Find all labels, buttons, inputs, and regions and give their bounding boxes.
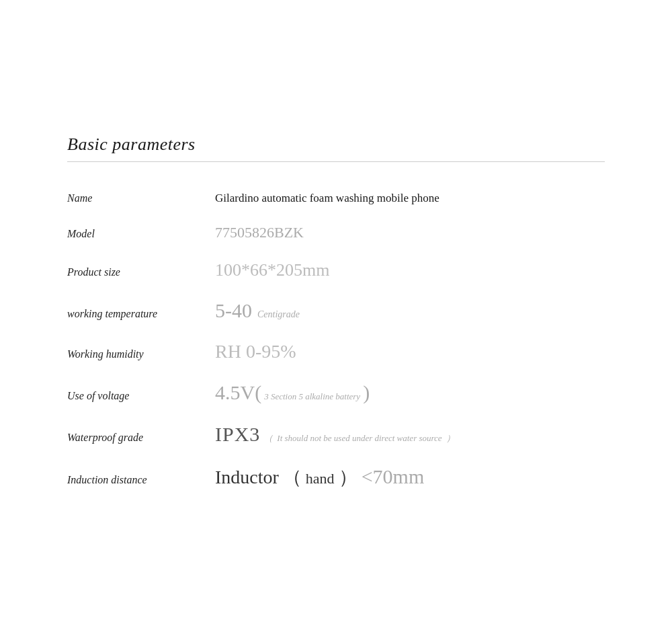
param-label-humidity: Working humidity bbox=[67, 348, 215, 360]
waterproof-open: （ bbox=[264, 432, 273, 444]
divider bbox=[67, 161, 605, 162]
param-row-induction: Induction distance Inductor （ hand ） <70… bbox=[67, 455, 605, 500]
param-row-size: Product size 100*66*205mm bbox=[67, 251, 605, 290]
induction-open: （ bbox=[283, 465, 302, 490]
param-value-waterproof: IPX3 （ It should not be used under direc… bbox=[215, 423, 605, 446]
param-label-model: Model bbox=[67, 228, 215, 240]
param-label-induction: Induction distance bbox=[67, 474, 215, 486]
param-label-name: Name bbox=[67, 192, 215, 204]
param-value-model: 77505826BZK bbox=[215, 224, 605, 241]
voltage-detail: 3 Section 5 alkaline battery bbox=[264, 391, 360, 402]
param-value-size: 100*66*205mm bbox=[215, 260, 605, 280]
induction-distance: <70mm bbox=[362, 465, 425, 488]
induction-close: ） bbox=[339, 465, 358, 490]
param-label-temperature: working temperature bbox=[67, 308, 215, 320]
param-label-voltage: Use of voltage bbox=[67, 390, 215, 402]
top-spacer bbox=[67, 0, 605, 134]
temperature-large: 5-40 bbox=[215, 299, 252, 322]
param-row-waterproof: Waterproof grade IPX3 （ It should not be… bbox=[67, 414, 605, 455]
param-row-voltage: Use of voltage 4.5V( 3 Section 5 alkalin… bbox=[67, 372, 605, 414]
param-value-humidity: RH 0-95% bbox=[215, 341, 605, 362]
param-value-induction: Inductor （ hand ） <70mm bbox=[215, 465, 605, 490]
induction-text: Inductor bbox=[215, 467, 279, 488]
waterproof-close: ） bbox=[446, 432, 455, 444]
page-container: Basic parameters Name Gilardino automati… bbox=[0, 0, 672, 630]
voltage-large: 4.5V( bbox=[215, 381, 261, 404]
temperature-unit: Centigrade bbox=[257, 309, 300, 320]
param-row-name: Name Gilardino automatic foam washing mo… bbox=[67, 182, 605, 214]
section-title: Basic parameters bbox=[67, 134, 605, 155]
param-row-humidity: Working humidity RH 0-95% bbox=[67, 331, 605, 372]
waterproof-detail: It should not be used under direct water… bbox=[277, 433, 442, 444]
params-table: Name Gilardino automatic foam washing mo… bbox=[67, 182, 605, 500]
param-label-size: Product size bbox=[67, 266, 215, 278]
param-value-voltage: 4.5V( 3 Section 5 alkaline battery ) bbox=[215, 381, 605, 404]
param-row-temperature: working temperature 5-40 Centigrade bbox=[67, 290, 605, 331]
induction-hand: hand bbox=[306, 470, 335, 487]
waterproof-large: IPX3 bbox=[215, 423, 260, 446]
param-value-temperature: 5-40 Centigrade bbox=[215, 299, 605, 322]
voltage-close: ) bbox=[363, 381, 370, 404]
param-row-model: Model 77505826BZK bbox=[67, 214, 605, 251]
param-label-waterproof: Waterproof grade bbox=[67, 432, 215, 444]
param-value-name: Gilardino automatic foam washing mobile … bbox=[215, 192, 605, 205]
